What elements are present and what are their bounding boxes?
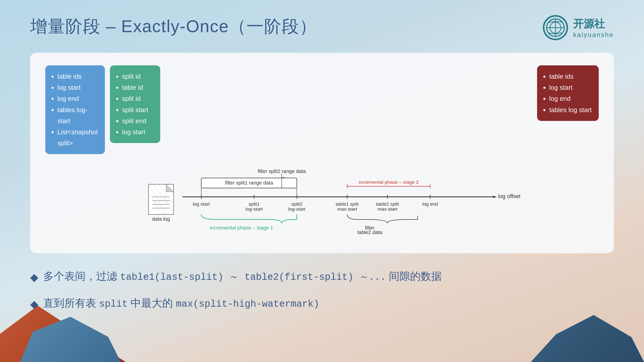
- filter-split1-label: filter split1 range data: [225, 180, 273, 186]
- blue-box-list: table ids log start log end tables log-s…: [52, 71, 98, 149]
- header: 增量阶段 – Exactly-Once（一阶段） 开源社 kaiyuanshe: [30, 15, 614, 40]
- teal-box-list: split id table id split id split start s…: [117, 71, 153, 138]
- blue-item-4: tables log-start: [57, 104, 98, 126]
- split2-log-start-label: split2: [291, 201, 302, 207]
- red-info-box: table ids log start log end tables log s…: [537, 65, 599, 121]
- red-item-4: tables log start: [549, 104, 592, 115]
- blue-info-box: table ids log start log end tables log-s…: [45, 65, 105, 154]
- teal-item-4: split start: [122, 104, 153, 115]
- logo-text-area: 开源社 kaiyuanshe: [573, 17, 614, 39]
- teal-item-5: split end: [122, 115, 153, 126]
- logo-area: 开源社 kaiyuanshe: [543, 15, 614, 40]
- red-box-list: table ids log start log end tables log s…: [544, 71, 592, 115]
- teal-item-2: table id: [122, 82, 153, 93]
- red-item-2: log start: [549, 82, 592, 93]
- table1-max-start-label: table1 split: [336, 201, 359, 207]
- red-item-1: table ids: [549, 71, 592, 82]
- incremental-stage1-label: incremental phase – stage 1: [210, 225, 273, 231]
- logo-name: 开源社: [573, 17, 614, 31]
- bullet-text-2: 直到所有表 split 中最大的 max(split-high-watermar…: [43, 295, 319, 311]
- teal-item-6: log start: [122, 126, 153, 138]
- svg-text:data log: data log: [152, 216, 170, 222]
- logo-icon: [543, 15, 568, 40]
- logo-subname: kaiyuanshe: [573, 31, 614, 39]
- svg-marker-18: [493, 196, 497, 198]
- bullet-item-2: ◆ 直到所有表 split 中最大的 max(split-high-waterm…: [30, 295, 614, 312]
- filter-split2-label: filter split2 range data: [258, 168, 306, 174]
- blue-item-5: List<snapshotsplit>: [57, 126, 98, 149]
- red-item-3: log end: [549, 93, 592, 104]
- incremental-stage2-label: incremental phase – stage 2: [359, 179, 419, 185]
- bullet-diamond-2: ◆: [30, 296, 38, 312]
- timeline-svg: data log filter split2 range data filter…: [45, 169, 599, 235]
- blue-item-2: log start: [57, 82, 98, 93]
- blue-item-1: table ids: [57, 71, 98, 82]
- top-boxes: table ids log start log end tables log-s…: [45, 65, 599, 154]
- split1-log-start-label2: log-start: [246, 206, 263, 212]
- split2-log-start-label2: log-start: [288, 206, 306, 212]
- teal-item-3: split id: [122, 93, 153, 104]
- table2-max-start-label2: max-start: [377, 206, 397, 212]
- filter-table2-label2: table2 data: [357, 230, 383, 235]
- log-start-label: log start: [193, 201, 210, 207]
- page-title: 增量阶段 – Exactly-Once（一阶段）: [30, 15, 317, 38]
- table1-max-start-label2: max-start: [337, 206, 357, 212]
- table2-max-start-label: table2 split: [376, 201, 399, 207]
- blue-item-3: log end: [57, 93, 98, 104]
- bullets: ◆ 多个表间，过滤 table1(last-split) ～ table2(fi…: [30, 268, 614, 312]
- teal-item-1: split id: [122, 71, 153, 82]
- timeline-area: data log filter split2 range data filter…: [45, 164, 599, 241]
- teal-info-box: split id table id split id split start s…: [110, 65, 160, 143]
- split1-log-start-label: split1: [249, 201, 260, 207]
- diagram-box: table ids log start log end tables log-s…: [30, 53, 614, 253]
- data-log-icon: data log: [148, 184, 174, 222]
- bullet-text-1: 多个表间，过滤 table1(last-split) ～ table2(firs…: [43, 268, 442, 284]
- log-offset-label: log offset: [498, 193, 520, 199]
- log-end-label: log end: [422, 201, 438, 207]
- bullet-diamond-1: ◆: [30, 269, 38, 285]
- bullet-item-1: ◆ 多个表间，过滤 table1(last-split) ～ table2(fi…: [30, 268, 614, 285]
